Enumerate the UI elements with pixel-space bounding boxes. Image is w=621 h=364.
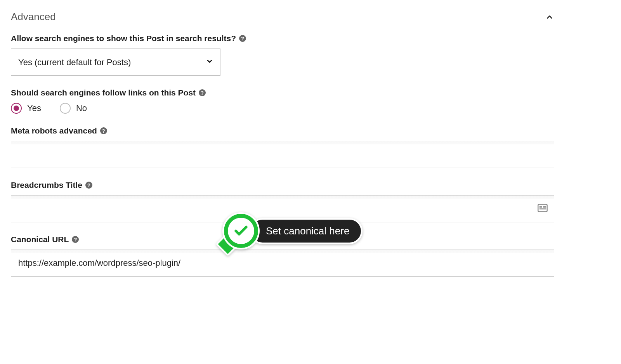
allow-search-label-text: Allow search engines to show this Post i… [11, 34, 236, 43]
chevron-up-icon [545, 13, 554, 21]
svg-rect-0 [538, 205, 547, 212]
advanced-panel: Advanced Allow search engines to show th… [11, 11, 554, 277]
collapse-toggle[interactable] [545, 12, 554, 22]
meta-robots-field: Meta robots advanced ? [11, 126, 554, 168]
breadcrumbs-label-text: Breadcrumbs Title [11, 180, 82, 190]
follow-links-field: Should search engines follow links on th… [11, 88, 554, 114]
breadcrumbs-label: Breadcrumbs Title ? [11, 180, 554, 190]
allow-search-select[interactable]: Yes (current default for Posts) [11, 49, 220, 76]
panel-title: Advanced [11, 11, 56, 23]
svg-rect-1 [539, 206, 542, 208]
radio-button-icon [11, 103, 22, 114]
insert-variable-icon[interactable] [537, 203, 548, 215]
help-icon[interactable]: ? [199, 89, 206, 96]
meta-robots-label-text: Meta robots advanced [11, 126, 97, 135]
canonical-label-text: Canonical URL [11, 235, 69, 244]
canonical-field: Canonical URL ? Set canonical here [11, 235, 554, 277]
meta-robots-label: Meta robots advanced ? [11, 126, 554, 135]
follow-links-label: Should search engines follow links on th… [11, 88, 554, 97]
radio-label-yes: Yes [27, 103, 41, 113]
follow-links-yes[interactable]: Yes [11, 103, 41, 114]
panel-header: Advanced [11, 11, 554, 23]
allow-search-field: Allow search engines to show this Post i… [11, 34, 554, 76]
annotation-text: Set canonical here [250, 218, 363, 244]
radio-label-no: No [76, 103, 87, 113]
help-icon[interactable]: ? [100, 127, 107, 134]
follow-links-no[interactable]: No [60, 103, 87, 114]
check-icon [233, 223, 249, 239]
svg-rect-2 [539, 208, 546, 209]
annotation-badge [222, 212, 260, 250]
allow-search-select-wrap: Yes (current default for Posts) [11, 49, 220, 76]
help-icon[interactable]: ? [239, 35, 246, 42]
follow-links-label-text: Should search engines follow links on th… [11, 88, 196, 97]
help-icon[interactable]: ? [72, 236, 79, 243]
meta-robots-input[interactable] [11, 141, 554, 168]
follow-links-radio-group: Yes No [11, 103, 554, 114]
meta-robots-input-wrap [11, 141, 554, 168]
help-icon[interactable]: ? [85, 182, 92, 189]
allow-search-label: Allow search engines to show this Post i… [11, 34, 554, 43]
svg-rect-3 [543, 206, 546, 208]
canonical-input-wrap [11, 250, 554, 277]
canonical-input[interactable] [11, 250, 554, 277]
annotation-callout: Set canonical here [222, 212, 363, 250]
radio-button-icon [60, 103, 71, 114]
